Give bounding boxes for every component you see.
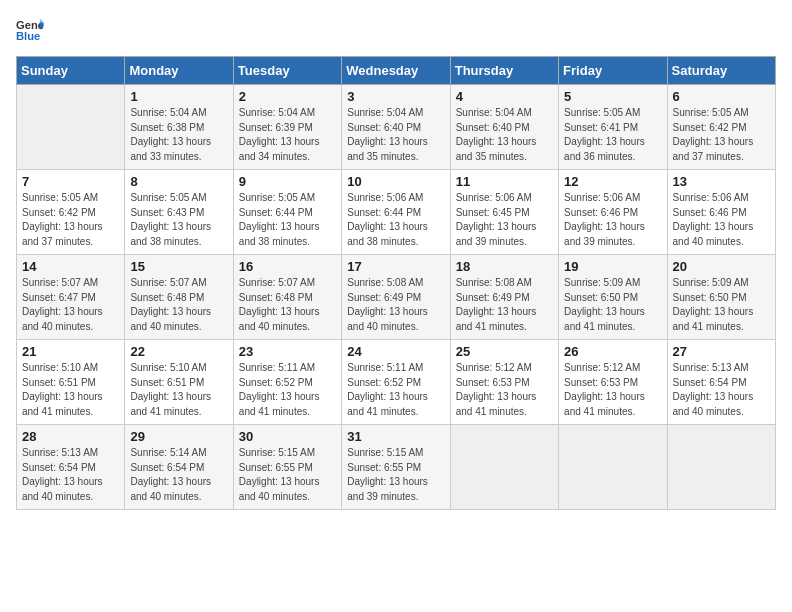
calendar-day-cell: 28Sunrise: 5:13 AMSunset: 6:54 PMDayligh… <box>17 425 125 510</box>
calendar-day-cell: 13Sunrise: 5:06 AMSunset: 6:46 PMDayligh… <box>667 170 775 255</box>
day-number: 19 <box>564 259 661 274</box>
day-info: Sunrise: 5:06 AMSunset: 6:44 PMDaylight:… <box>347 191 444 249</box>
day-number: 12 <box>564 174 661 189</box>
calendar-day-cell: 14Sunrise: 5:07 AMSunset: 6:47 PMDayligh… <box>17 255 125 340</box>
calendar-day-cell: 4Sunrise: 5:04 AMSunset: 6:40 PMDaylight… <box>450 85 558 170</box>
day-info: Sunrise: 5:08 AMSunset: 6:49 PMDaylight:… <box>347 276 444 334</box>
calendar-day-cell: 21Sunrise: 5:10 AMSunset: 6:51 PMDayligh… <box>17 340 125 425</box>
calendar-day-cell <box>450 425 558 510</box>
col-header-monday: Monday <box>125 57 233 85</box>
day-info: Sunrise: 5:15 AMSunset: 6:55 PMDaylight:… <box>239 446 336 504</box>
logo-icon: General Blue <box>16 16 44 44</box>
calendar-day-cell: 19Sunrise: 5:09 AMSunset: 6:50 PMDayligh… <box>559 255 667 340</box>
day-info: Sunrise: 5:07 AMSunset: 6:48 PMDaylight:… <box>130 276 227 334</box>
calendar-day-cell: 29Sunrise: 5:14 AMSunset: 6:54 PMDayligh… <box>125 425 233 510</box>
day-info: Sunrise: 5:05 AMSunset: 6:44 PMDaylight:… <box>239 191 336 249</box>
day-info: Sunrise: 5:04 AMSunset: 6:40 PMDaylight:… <box>347 106 444 164</box>
day-number: 6 <box>673 89 770 104</box>
col-header-wednesday: Wednesday <box>342 57 450 85</box>
day-info: Sunrise: 5:11 AMSunset: 6:52 PMDaylight:… <box>239 361 336 419</box>
day-number: 28 <box>22 429 119 444</box>
col-header-friday: Friday <box>559 57 667 85</box>
calendar-day-cell: 6Sunrise: 5:05 AMSunset: 6:42 PMDaylight… <box>667 85 775 170</box>
calendar-day-cell: 23Sunrise: 5:11 AMSunset: 6:52 PMDayligh… <box>233 340 341 425</box>
calendar-header-row: SundayMondayTuesdayWednesdayThursdayFrid… <box>17 57 776 85</box>
calendar-day-cell: 27Sunrise: 5:13 AMSunset: 6:54 PMDayligh… <box>667 340 775 425</box>
calendar-day-cell: 8Sunrise: 5:05 AMSunset: 6:43 PMDaylight… <box>125 170 233 255</box>
calendar-week-row: 1Sunrise: 5:04 AMSunset: 6:38 PMDaylight… <box>17 85 776 170</box>
day-info: Sunrise: 5:07 AMSunset: 6:48 PMDaylight:… <box>239 276 336 334</box>
day-info: Sunrise: 5:08 AMSunset: 6:49 PMDaylight:… <box>456 276 553 334</box>
day-number: 29 <box>130 429 227 444</box>
day-info: Sunrise: 5:05 AMSunset: 6:41 PMDaylight:… <box>564 106 661 164</box>
day-number: 30 <box>239 429 336 444</box>
calendar-day-cell: 26Sunrise: 5:12 AMSunset: 6:53 PMDayligh… <box>559 340 667 425</box>
calendar-day-cell: 7Sunrise: 5:05 AMSunset: 6:42 PMDaylight… <box>17 170 125 255</box>
day-info: Sunrise: 5:06 AMSunset: 6:45 PMDaylight:… <box>456 191 553 249</box>
calendar-day-cell: 17Sunrise: 5:08 AMSunset: 6:49 PMDayligh… <box>342 255 450 340</box>
day-info: Sunrise: 5:10 AMSunset: 6:51 PMDaylight:… <box>130 361 227 419</box>
day-number: 18 <box>456 259 553 274</box>
day-info: Sunrise: 5:04 AMSunset: 6:38 PMDaylight:… <box>130 106 227 164</box>
day-number: 11 <box>456 174 553 189</box>
calendar-day-cell: 1Sunrise: 5:04 AMSunset: 6:38 PMDaylight… <box>125 85 233 170</box>
calendar-week-row: 21Sunrise: 5:10 AMSunset: 6:51 PMDayligh… <box>17 340 776 425</box>
calendar-day-cell: 16Sunrise: 5:07 AMSunset: 6:48 PMDayligh… <box>233 255 341 340</box>
day-number: 26 <box>564 344 661 359</box>
day-number: 14 <box>22 259 119 274</box>
day-number: 25 <box>456 344 553 359</box>
calendar-day-cell: 22Sunrise: 5:10 AMSunset: 6:51 PMDayligh… <box>125 340 233 425</box>
calendar-day-cell <box>667 425 775 510</box>
day-info: Sunrise: 5:06 AMSunset: 6:46 PMDaylight:… <box>673 191 770 249</box>
calendar-day-cell: 9Sunrise: 5:05 AMSunset: 6:44 PMDaylight… <box>233 170 341 255</box>
day-info: Sunrise: 5:09 AMSunset: 6:50 PMDaylight:… <box>564 276 661 334</box>
day-info: Sunrise: 5:12 AMSunset: 6:53 PMDaylight:… <box>564 361 661 419</box>
day-info: Sunrise: 5:05 AMSunset: 6:42 PMDaylight:… <box>673 106 770 164</box>
day-number: 7 <box>22 174 119 189</box>
calendar-day-cell: 24Sunrise: 5:11 AMSunset: 6:52 PMDayligh… <box>342 340 450 425</box>
day-number: 24 <box>347 344 444 359</box>
day-info: Sunrise: 5:12 AMSunset: 6:53 PMDaylight:… <box>456 361 553 419</box>
day-info: Sunrise: 5:09 AMSunset: 6:50 PMDaylight:… <box>673 276 770 334</box>
day-info: Sunrise: 5:11 AMSunset: 6:52 PMDaylight:… <box>347 361 444 419</box>
calendar-day-cell: 25Sunrise: 5:12 AMSunset: 6:53 PMDayligh… <box>450 340 558 425</box>
calendar-week-row: 7Sunrise: 5:05 AMSunset: 6:42 PMDaylight… <box>17 170 776 255</box>
day-number: 15 <box>130 259 227 274</box>
calendar-week-row: 28Sunrise: 5:13 AMSunset: 6:54 PMDayligh… <box>17 425 776 510</box>
day-info: Sunrise: 5:13 AMSunset: 6:54 PMDaylight:… <box>673 361 770 419</box>
day-number: 4 <box>456 89 553 104</box>
calendar-day-cell: 15Sunrise: 5:07 AMSunset: 6:48 PMDayligh… <box>125 255 233 340</box>
col-header-tuesday: Tuesday <box>233 57 341 85</box>
calendar-day-cell: 3Sunrise: 5:04 AMSunset: 6:40 PMDaylight… <box>342 85 450 170</box>
calendar-day-cell: 18Sunrise: 5:08 AMSunset: 6:49 PMDayligh… <box>450 255 558 340</box>
day-number: 3 <box>347 89 444 104</box>
day-number: 17 <box>347 259 444 274</box>
calendar-day-cell: 30Sunrise: 5:15 AMSunset: 6:55 PMDayligh… <box>233 425 341 510</box>
calendar-day-cell: 12Sunrise: 5:06 AMSunset: 6:46 PMDayligh… <box>559 170 667 255</box>
logo: General Blue <box>16 16 44 48</box>
day-info: Sunrise: 5:05 AMSunset: 6:43 PMDaylight:… <box>130 191 227 249</box>
day-info: Sunrise: 5:06 AMSunset: 6:46 PMDaylight:… <box>564 191 661 249</box>
calendar-day-cell <box>17 85 125 170</box>
day-number: 21 <box>22 344 119 359</box>
day-number: 20 <box>673 259 770 274</box>
day-number: 1 <box>130 89 227 104</box>
calendar-day-cell: 31Sunrise: 5:15 AMSunset: 6:55 PMDayligh… <box>342 425 450 510</box>
svg-text:Blue: Blue <box>16 30 40 42</box>
col-header-saturday: Saturday <box>667 57 775 85</box>
calendar-day-cell: 2Sunrise: 5:04 AMSunset: 6:39 PMDaylight… <box>233 85 341 170</box>
day-number: 27 <box>673 344 770 359</box>
day-number: 31 <box>347 429 444 444</box>
calendar-table: SundayMondayTuesdayWednesdayThursdayFrid… <box>16 56 776 510</box>
calendar-week-row: 14Sunrise: 5:07 AMSunset: 6:47 PMDayligh… <box>17 255 776 340</box>
page-header: General Blue <box>16 16 776 48</box>
day-number: 13 <box>673 174 770 189</box>
day-info: Sunrise: 5:04 AMSunset: 6:39 PMDaylight:… <box>239 106 336 164</box>
calendar-day-cell <box>559 425 667 510</box>
day-info: Sunrise: 5:13 AMSunset: 6:54 PMDaylight:… <box>22 446 119 504</box>
day-number: 8 <box>130 174 227 189</box>
col-header-sunday: Sunday <box>17 57 125 85</box>
day-number: 16 <box>239 259 336 274</box>
day-number: 9 <box>239 174 336 189</box>
day-number: 2 <box>239 89 336 104</box>
